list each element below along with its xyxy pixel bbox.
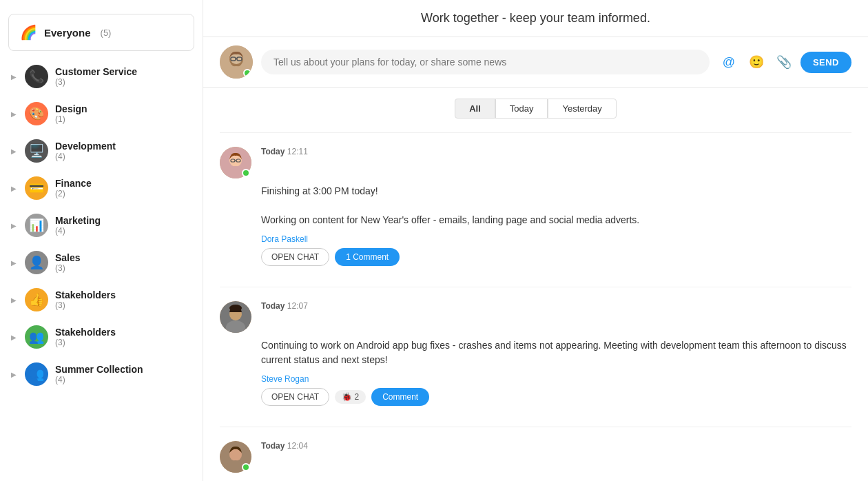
chevron-icon: ▶: [11, 296, 18, 304]
sidebar-item-customer-service[interactable]: ▶ 📞 Customer Service (3): [0, 58, 203, 95]
group-name-stakeholders1: Stakeholders: [55, 289, 192, 300]
send-button[interactable]: SEND: [800, 52, 851, 73]
group-icon-finance: 💳: [25, 176, 48, 200]
group-count-design: (1): [55, 114, 192, 124]
post-header: Today 12:07: [220, 301, 851, 333]
sidebar: 🌈 Everyone (5) ▶ 📞 Customer Service (3) …: [0, 0, 203, 481]
posts-container: Today 12:11 Finishing at 3:00 PM today!W…: [220, 132, 851, 481]
online-indicator: [242, 169, 250, 177]
post-meta: Today 12:04: [261, 441, 851, 453]
chevron-icon: ▶: [11, 334, 18, 341]
filter-tabs: All Today Yesterday: [220, 99, 851, 119]
post-content: Finishing at 3:00 PM today!Working on co…: [220, 184, 851, 227]
filter-tab-all[interactable]: All: [455, 99, 495, 119]
input-actions: @ 🙂 📎 SEND: [718, 51, 851, 73]
post-divider: [220, 287, 851, 287]
comment-button[interactable]: Comment: [371, 388, 429, 406]
svg-point-16: [229, 305, 242, 311]
sidebar-item-development[interactable]: ▶ 🖥️ Development (4): [0, 132, 203, 170]
post-divider: [220, 132, 851, 133]
sidebar-item-marketing[interactable]: ▶ 📊 Marketing (4): [0, 207, 203, 244]
group-name-design: Design: [55, 103, 192, 114]
group-count-development: (4): [55, 152, 192, 161]
post-actions: OPEN CHAT1 Comment: [220, 248, 851, 266]
sidebar-items-container: ▶ 📞 Customer Service (3) ▶ 🎨 Design (1) …: [0, 58, 203, 393]
post-post3: Today 12:04 Finalizing 2021 marketing pl…: [220, 427, 851, 481]
chevron-icon: ▶: [11, 222, 18, 229]
post-line: Continuing to work on Android app bug fi…: [261, 338, 851, 367]
group-name-finance: Finance: [55, 178, 192, 189]
group-name-development: Development: [55, 141, 192, 152]
group-name-stakeholders2: Stakeholders: [55, 327, 192, 338]
chevron-icon: ▶: [11, 185, 18, 192]
filter-tab-today[interactable]: Today: [495, 99, 548, 119]
group-icon-stakeholders1: 👍: [25, 288, 48, 311]
group-icon-sales: 👤: [25, 251, 48, 274]
group-icon-summer-collection: 👥: [25, 362, 48, 386]
post-actions: OPEN CHAT🐞 2Comment: [220, 388, 851, 406]
group-name-customer-service: Customer Service: [55, 66, 192, 77]
post-line: Finalizing 2021 marketing plans and budg…: [261, 478, 851, 481]
post-header: Today 12:11: [220, 147, 851, 178]
group-icon-marketing: 📊: [25, 214, 48, 237]
comment-count-button[interactable]: 1 Comment: [335, 248, 400, 266]
post-author: Steve Rogan: [220, 374, 851, 384]
post-post2: Today 12:07 Continuing to work on Androi…: [220, 287, 851, 406]
group-count-stakeholders1: (3): [55, 300, 192, 310]
chevron-icon: ▶: [11, 147, 18, 155]
filter-tab-yesterday[interactable]: Yesterday: [548, 99, 616, 119]
post-divider: [220, 427, 851, 427]
post-avatar-dora: [220, 147, 251, 178]
group-count-sales: (3): [55, 263, 192, 273]
group-icon-stakeholders2: 👥: [25, 325, 48, 349]
post-meta: Today 12:11: [261, 147, 851, 159]
post-time: Today 12:04: [261, 441, 851, 451]
main-content: Work together - keep your team informed.…: [203, 0, 868, 481]
sidebar-item-stakeholders1[interactable]: ▶ 👍 Stakeholders (3): [0, 281, 203, 318]
chevron-icon: ▶: [11, 73, 18, 81]
group-count-finance: (2): [55, 189, 192, 198]
attach-button[interactable]: 📎: [773, 51, 795, 73]
header-banner: Work together - keep your team informed.: [203, 0, 868, 37]
online-indicator: [243, 69, 251, 77]
open-chat-button[interactable]: OPEN CHAT: [261, 388, 329, 406]
message-input[interactable]: [261, 50, 710, 74]
post-time: Today 12:07: [261, 301, 851, 311]
group-name-summer-collection: Summer Collection: [55, 364, 192, 375]
sidebar-item-finance[interactable]: ▶ 💳 Finance (2): [0, 170, 203, 207]
chevron-icon: ▶: [11, 371, 18, 378]
emoji-button[interactable]: 🙂: [745, 51, 767, 73]
post-content: Finalizing 2021 marketing plans and budg…: [220, 478, 851, 481]
open-chat-button[interactable]: OPEN CHAT: [261, 248, 329, 266]
group-count-stakeholders2: (3): [55, 338, 192, 347]
group-icon-design: 🎨: [25, 102, 48, 125]
group-count-marketing: (4): [55, 226, 192, 236]
sidebar-item-sales[interactable]: ▶ 👤 Sales (3): [0, 244, 203, 281]
group-name-marketing: Marketing: [55, 215, 192, 226]
group-count-summer-collection: (4): [55, 375, 192, 385]
sidebar-item-summer-collection[interactable]: ▶ 👥 Summer Collection (4): [0, 356, 203, 393]
group-icon-customer-service: 📞: [25, 65, 48, 88]
sidebar-item-everyone[interactable]: 🌈 Everyone (5): [8, 14, 194, 51]
post-meta: Today 12:07: [261, 301, 851, 314]
mention-button[interactable]: @: [718, 51, 740, 73]
reaction-badge: 🐞 2: [335, 390, 366, 404]
post-content: Continuing to work on Android app bug fi…: [220, 338, 851, 367]
post-time: Today 12:11: [261, 147, 851, 156]
chevron-icon: ▶: [11, 259, 18, 267]
group-count-customer-service: (3): [55, 77, 192, 87]
sidebar-item-design[interactable]: ▶ 🎨 Design (1): [0, 95, 203, 132]
online-indicator: [242, 463, 250, 471]
post-author: Dora Paskell: [220, 234, 851, 244]
current-user-avatar: [220, 45, 253, 79]
everyone-icon: 🌈: [20, 24, 37, 41]
post-avatar-rose: [220, 441, 251, 473]
chevron-icon: ▶: [11, 110, 18, 118]
post-avatar-steve: [220, 301, 251, 333]
post-post1: Today 12:11 Finishing at 3:00 PM today!W…: [220, 132, 851, 266]
sidebar-item-stakeholders2[interactable]: ▶ 👥 Stakeholders (3): [0, 318, 203, 356]
post-header: Today 12:04: [220, 441, 851, 473]
header-title: Work together - keep your team informed.: [421, 11, 650, 25]
message-input-area: @ 🙂 📎 SEND: [203, 37, 868, 88]
post-line: Finishing at 3:00 PM today!: [261, 184, 851, 198]
